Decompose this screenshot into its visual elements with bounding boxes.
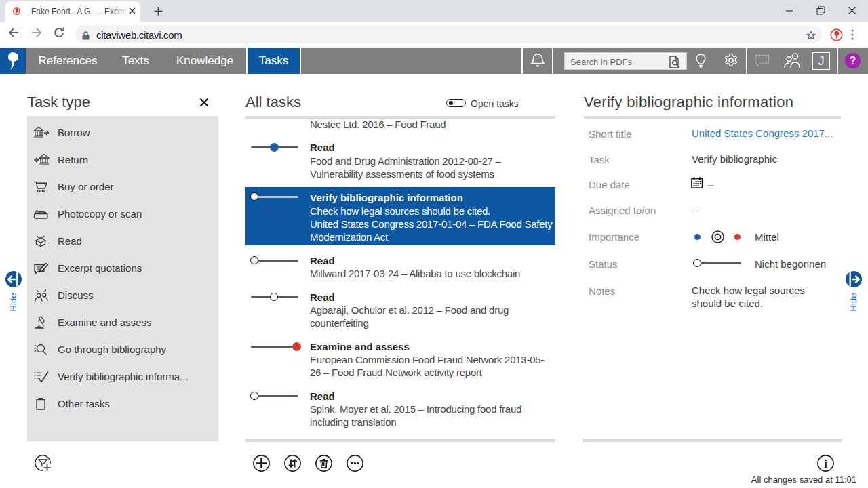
svg-text:i: i — [824, 458, 827, 470]
